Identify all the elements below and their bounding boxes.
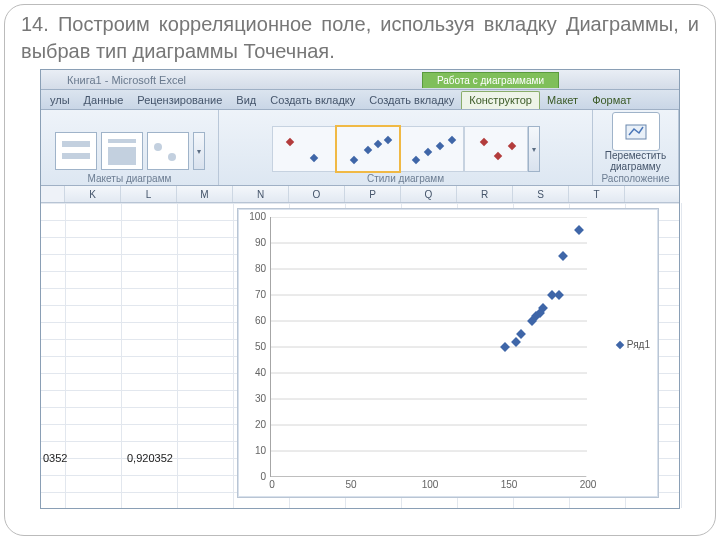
y-tick-label: 40 [244, 367, 266, 378]
col-header[interactable]: K [65, 186, 121, 202]
ribbon: ▾ Макеты диаграмм [41, 110, 679, 186]
move-chart-label-2: диаграмму [610, 162, 661, 173]
y-tick-label: 90 [244, 237, 266, 248]
legend-marker-icon [616, 340, 624, 348]
group-chart-layouts: ▾ Макеты диаграмм [41, 110, 219, 185]
styles-scroll[interactable]: ▾ [528, 126, 540, 172]
col-header[interactable]: L [121, 186, 177, 202]
tab-format[interactable]: Формат [585, 92, 638, 109]
group-label-location: Расположение [602, 173, 670, 184]
col-header[interactable]: O [289, 186, 345, 202]
cell-value: 0352 [43, 452, 67, 464]
x-tick-label: 150 [497, 479, 521, 490]
tab-layout[interactable]: Макет [540, 92, 585, 109]
tab-formulas-cut[interactable]: улы [43, 92, 77, 109]
group-label-styles: Стили диаграмм [367, 173, 444, 184]
layouts-scroll[interactable]: ▾ [193, 132, 205, 170]
x-tick-label: 100 [418, 479, 442, 490]
x-tick-label: 50 [339, 479, 363, 490]
chart-layout-thumb[interactable] [101, 132, 143, 170]
tab-design[interactable]: Конструктор [461, 91, 540, 109]
col-header[interactable]: N [233, 186, 289, 202]
worksheet-area[interactable]: K L M N O P Q R S T 0352 0,920352 [41, 186, 679, 508]
y-tick-label: 80 [244, 263, 266, 274]
x-tick-label: 0 [260, 479, 284, 490]
tab-custom-2[interactable]: Создать вкладку [362, 92, 461, 109]
col-header[interactable]: T [569, 186, 625, 202]
chart-object[interactable]: Ряд1 0102030405060708090100 050100150200 [237, 208, 659, 498]
tab-view[interactable]: Вид [229, 92, 263, 109]
move-chart-label-1: Переместить [605, 151, 666, 162]
y-tick-label: 10 [244, 445, 266, 456]
ribbon-tabs: улы Данные Рецензирование Вид Создать вк… [41, 90, 679, 110]
window-title: Книга1 - Microsoft Excel [41, 74, 186, 86]
chart-style-thumb[interactable] [272, 126, 336, 172]
move-chart-icon [621, 117, 651, 147]
x-tick-label: 200 [576, 479, 600, 490]
y-tick-label: 60 [244, 315, 266, 326]
move-chart-button[interactable] [612, 112, 660, 151]
col-header[interactable]: M [177, 186, 233, 202]
y-tick-label: 50 [244, 341, 266, 352]
chart-layout-thumb[interactable] [147, 132, 189, 170]
column-headers: K L M N O P Q R S T [41, 186, 679, 203]
y-tick-label: 30 [244, 393, 266, 404]
y-tick-label: 20 [244, 419, 266, 430]
col-header[interactable]: Q [401, 186, 457, 202]
group-label-layouts: Макеты диаграмм [88, 173, 172, 184]
chart-layout-thumb[interactable] [55, 132, 97, 170]
chart-style-thumb[interactable] [464, 126, 528, 172]
chevron-down-icon: ▾ [197, 147, 201, 156]
col-header[interactable]: S [513, 186, 569, 202]
group-chart-styles: ▾ Стили диаграмм [219, 110, 593, 185]
tab-custom-1[interactable]: Создать вкладку [263, 92, 362, 109]
cell-value: 0,920352 [127, 452, 173, 464]
title-bar: Книга1 - Microsoft Excel Работа с диагра… [41, 70, 679, 90]
slide-text: 14. Построим корреляционное поле, исполь… [21, 11, 699, 65]
y-tick-label: 70 [244, 289, 266, 300]
legend-series-label: Ряд1 [627, 339, 650, 350]
chevron-down-icon: ▾ [532, 145, 536, 154]
plot-area [270, 217, 586, 477]
y-tick-label: 100 [244, 211, 266, 222]
tab-data[interactable]: Данные [77, 92, 131, 109]
col-header[interactable]: P [345, 186, 401, 202]
tab-review[interactable]: Рецензирование [130, 92, 229, 109]
chart-style-thumb-selected[interactable] [336, 126, 400, 172]
excel-window: Книга1 - Microsoft Excel Работа с диагра… [40, 69, 680, 509]
col-header[interactable]: R [457, 186, 513, 202]
slide: 14. Построим корреляционное поле, исполь… [4, 4, 716, 536]
legend: Ряд1 [617, 339, 650, 350]
group-location: Переместить диаграмму Расположение [593, 110, 679, 185]
chart-style-thumb[interactable] [400, 126, 464, 172]
chart-tools-contextual-tab: Работа с диаграммами [422, 72, 559, 88]
